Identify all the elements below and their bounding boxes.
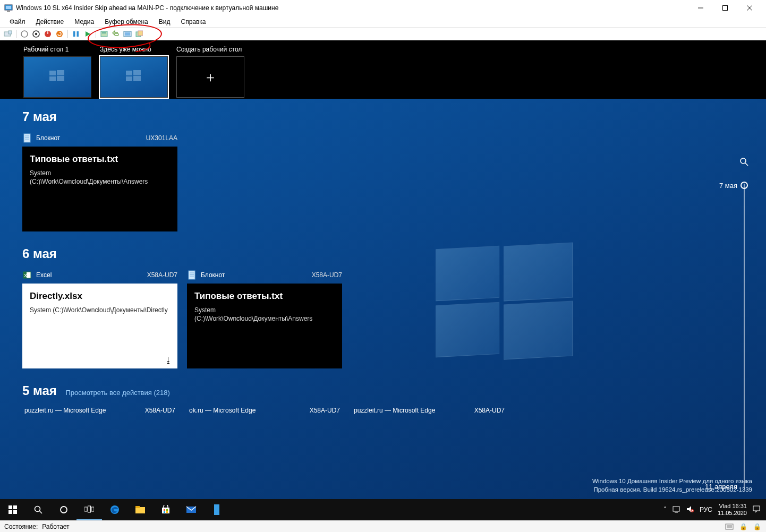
- download-icon[interactable]: ⭳: [165, 356, 172, 364]
- host-titlebar: Windows 10 SL x64 Insider Skip ahead на …: [0, 0, 766, 16]
- activity-path: System (C:)\Work\Owncloud\Документы\Answ…: [30, 169, 170, 186]
- watermark-line2: Пробная версия. Build 19624.rs_prereleas…: [592, 485, 752, 494]
- cortana-button[interactable]: [51, 499, 76, 520]
- activity-small-pc: X58A-UD7: [474, 407, 505, 414]
- activity-path: System (C:)\Work\Owncloud\Документы\Dire…: [30, 306, 170, 314]
- taskbar: ˄ РУС Vlad 16:31 11.05.2020: [0, 499, 766, 520]
- clock-date: 11.05.2020: [718, 510, 747, 517]
- svg-rect-44: [84, 507, 87, 511]
- search-button[interactable]: [25, 499, 51, 520]
- svg-rect-37: [8, 505, 12, 509]
- host-window-title: Windows 10 SL x64 Insider Skip ahead на …: [16, 4, 688, 12]
- svg-rect-63: [753, 506, 760, 511]
- menu-action[interactable]: Действие: [31, 17, 70, 27]
- svg-point-11: [35, 32, 37, 35]
- svg-rect-1: [6, 6, 11, 9]
- watermark-line1: Windows 10 Домашняя Insider Preview для …: [592, 477, 752, 485]
- activity-title: Типовые ответы.txt: [194, 291, 335, 302]
- start-icon[interactable]: [83, 29, 92, 39]
- share-icon[interactable]: [134, 29, 144, 39]
- svg-rect-49: [135, 506, 140, 508]
- notepad-icon: [187, 270, 197, 280]
- guest-display: Рабочий стол 1 Здесь уже можно Создать р…: [0, 40, 766, 520]
- revert-icon[interactable]: [111, 29, 121, 39]
- minimize-button[interactable]: [688, 0, 713, 16]
- svg-rect-18: [101, 31, 107, 37]
- enhanced-session-icon[interactable]: [123, 29, 132, 39]
- svg-rect-15: [73, 31, 75, 37]
- svg-point-35: [741, 158, 746, 164]
- svg-rect-53: [164, 511, 165, 513]
- activity-app: Блокнот: [36, 134, 142, 142]
- activity-title: Directly.xlsx: [30, 291, 170, 302]
- virtual-desktop-2[interactable]: Здесь уже можно: [100, 46, 168, 98]
- svg-rect-19: [102, 32, 106, 33]
- scrubber-handle[interactable]: [741, 182, 748, 189]
- activity-pc: X58A-UD7: [147, 271, 177, 279]
- new-desktop-button[interactable]: Создать рабочий стол ＋: [176, 46, 244, 98]
- activity-small-pc: X58A-UD7: [145, 407, 175, 414]
- activity-small[interactable]: puzzleit.ru — Microsoft Edge X58A-UD7: [22, 406, 177, 415]
- start-grey-icon[interactable]: [20, 29, 29, 39]
- activity-small-name: puzzleit.ru — Microsoft Edge: [24, 407, 141, 414]
- activity-card[interactable]: Блокнот UX301LAA Типовые ответы.txt Syst…: [22, 132, 177, 231]
- activity-path: System (C:)\Work\Owncloud\Документы\Answ…: [194, 306, 335, 323]
- activity-card[interactable]: Блокнот X58A-UD7 Типовые ответы.txt Syst…: [187, 269, 342, 368]
- checkpoint-icon[interactable]: [99, 29, 109, 39]
- desktop-label: Рабочий стол 1: [23, 46, 91, 53]
- start-button[interactable]: [0, 499, 25, 520]
- svg-rect-21: [125, 32, 130, 36]
- ctrl-alt-del-icon[interactable]: [3, 29, 13, 39]
- svg-point-14: [56, 31, 63, 37]
- file-explorer-icon[interactable]: [127, 499, 153, 520]
- svg-rect-16: [77, 31, 79, 37]
- timeline: 7 мая Блокнот UX301LAA Типовые ответы.tx…: [22, 109, 681, 499]
- svg-rect-39: [8, 510, 12, 514]
- tray-language[interactable]: РУС: [700, 506, 712, 513]
- host-statusbar: Состояние: Работает 🔒 🔒: [0, 520, 766, 532]
- svg-text:X: X: [24, 273, 27, 278]
- activity-pc: UX301LAA: [146, 134, 177, 142]
- menu-media[interactable]: Медиа: [69, 17, 99, 27]
- menu-clipboard[interactable]: Буфер обмена: [99, 17, 154, 27]
- close-button[interactable]: [737, 0, 762, 16]
- timeline-heading: 7 мая: [22, 109, 681, 124]
- virtual-desktop-1[interactable]: Рабочий стол 1: [23, 46, 91, 98]
- task-view-button[interactable]: [76, 499, 102, 520]
- edge-icon[interactable]: [102, 499, 127, 520]
- menu-help[interactable]: Справка: [175, 17, 211, 27]
- reset-icon[interactable]: [55, 29, 64, 39]
- mail-icon[interactable]: [178, 499, 204, 520]
- activity-small[interactable]: ok.ru — Microsoft Edge X58A-UD7: [187, 406, 342, 415]
- status-nic-icon: [725, 522, 734, 531]
- maximize-button[interactable]: [713, 0, 737, 16]
- tray-clock[interactable]: Vlad 16:31 11.05.2020: [718, 503, 747, 516]
- action-center-icon[interactable]: [752, 505, 761, 515]
- store-icon[interactable]: [153, 499, 178, 520]
- activity-card[interactable]: X Excel X58A-UD7 Directly.xlsx System (C…: [22, 269, 177, 368]
- see-all-activities-link[interactable]: Просмотреть все действия (218): [65, 389, 169, 397]
- svg-rect-65: [727, 525, 732, 528]
- build-watermark: Windows 10 Домашняя Insider Preview для …: [592, 477, 752, 494]
- activity-small[interactable]: puzzleit.ru — Microsoft Edge X58A-UD7: [352, 406, 507, 415]
- svg-rect-13: [47, 31, 48, 34]
- status-lock2-icon: 🔒: [752, 522, 762, 531]
- menu-file[interactable]: Файл: [4, 17, 31, 27]
- svg-rect-54: [166, 511, 168, 513]
- activity-small-name: puzzleit.ru — Microsoft Edge: [354, 407, 470, 414]
- system-tray: ˄ РУС Vlad 16:31 11.05.2020: [658, 503, 766, 516]
- tray-volume-icon[interactable]: [686, 505, 694, 514]
- pause-icon[interactable]: [71, 29, 81, 39]
- plus-icon: ＋: [203, 68, 217, 87]
- svg-line-42: [40, 511, 42, 514]
- shutdown-icon[interactable]: [43, 29, 53, 39]
- tray-chevron-icon[interactable]: ˄: [663, 506, 667, 513]
- turnoff-icon[interactable]: [31, 29, 41, 39]
- app-icon[interactable]: [204, 499, 229, 520]
- svg-rect-24: [24, 134, 30, 142]
- menu-view[interactable]: Вид: [154, 17, 176, 27]
- tray-network-icon[interactable]: [672, 505, 680, 514]
- search-icon[interactable]: [734, 152, 754, 172]
- scrubber-top-label: 7 мая: [719, 182, 737, 190]
- timeline-scrubber[interactable]: 7 мая 11 апреля: [686, 152, 750, 488]
